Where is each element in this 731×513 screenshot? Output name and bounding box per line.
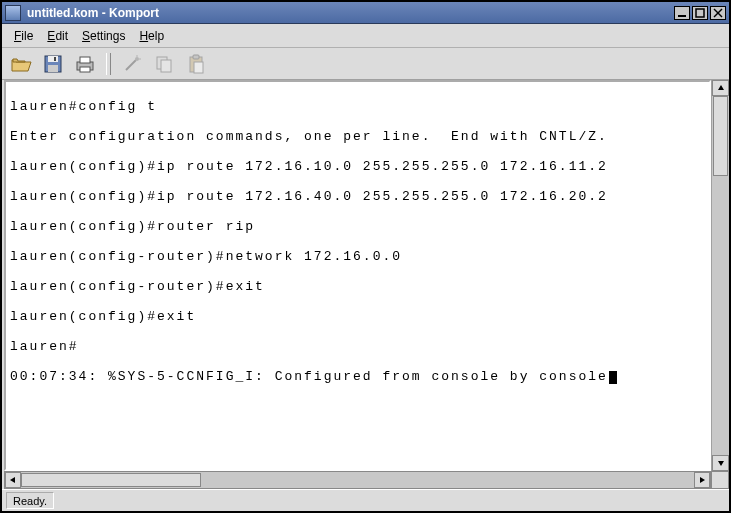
- printer-icon: [74, 54, 96, 74]
- chevron-right-icon: [698, 476, 706, 484]
- terminal-output[interactable]: lauren#config t Enter configuration comm…: [6, 82, 709, 469]
- chevron-down-icon: [717, 459, 725, 467]
- menu-help[interactable]: Help: [133, 27, 170, 45]
- vertical-scrollbar[interactable]: [711, 80, 729, 471]
- svg-marker-23: [700, 477, 705, 483]
- svg-rect-1: [696, 9, 704, 17]
- scroll-right-button[interactable]: [694, 472, 710, 488]
- floppy-icon: [43, 54, 63, 74]
- paste-button: [183, 51, 209, 77]
- svg-line-11: [126, 60, 136, 70]
- copy-button: [151, 51, 177, 77]
- vscroll-track[interactable]: [712, 96, 729, 455]
- svg-marker-21: [718, 461, 724, 466]
- menu-file-rest: ile: [21, 29, 33, 43]
- maximize-button[interactable]: [692, 6, 708, 20]
- hscroll-track[interactable]: [21, 472, 694, 488]
- terminal-line: lauren(config)#ip route 172.16.10.0 255.…: [10, 159, 705, 174]
- menu-settings[interactable]: Settings: [76, 27, 131, 45]
- terminal-line: lauren(config)#router rip: [10, 219, 705, 234]
- scroll-up-button[interactable]: [712, 80, 729, 96]
- menu-settings-rest: ettings: [90, 29, 125, 43]
- folder-open-icon: [10, 54, 32, 74]
- scroll-down-button[interactable]: [712, 455, 729, 471]
- svg-rect-18: [193, 55, 199, 59]
- terminal-line: Enter configuration commands, one per li…: [10, 129, 705, 144]
- terminal-line: 00:07:34: %SYS-5-CCNFIG_I: Configured fr…: [10, 369, 705, 384]
- copy-icon: [154, 54, 174, 74]
- svg-marker-22: [10, 477, 15, 483]
- hscroll-thumb[interactable]: [21, 473, 201, 487]
- scroll-left-button[interactable]: [5, 472, 21, 488]
- paste-icon: [186, 54, 206, 74]
- window-title: untitled.kom - Komport: [27, 6, 674, 20]
- vscroll-thumb[interactable]: [713, 96, 728, 176]
- scroll-corner: [711, 471, 729, 489]
- svg-marker-20: [718, 85, 724, 90]
- terminal-line: lauren(config)#exit: [10, 309, 705, 324]
- terminal-line: lauren#: [10, 339, 705, 354]
- wand-icon: [122, 54, 142, 74]
- svg-rect-9: [80, 57, 90, 63]
- minimize-button[interactable]: [674, 6, 690, 20]
- terminal-line: lauren#config t: [10, 99, 705, 114]
- menu-edit-rest: dit: [55, 29, 68, 43]
- chevron-left-icon: [9, 476, 17, 484]
- svg-rect-6: [48, 65, 58, 72]
- svg-rect-7: [54, 57, 56, 61]
- print-button[interactable]: [72, 51, 98, 77]
- menu-edit[interactable]: Edit: [41, 27, 74, 45]
- terminal-frame: lauren#config t Enter configuration comm…: [4, 80, 711, 471]
- svg-rect-16: [161, 60, 171, 72]
- menu-help-rest: elp: [148, 29, 164, 43]
- app-icon: [5, 5, 21, 21]
- svg-rect-5: [48, 56, 58, 62]
- content-area: lauren#config t Enter configuration comm…: [2, 80, 729, 471]
- menubar: File Edit Settings Help: [2, 24, 729, 48]
- save-button[interactable]: [40, 51, 66, 77]
- svg-rect-10: [80, 67, 90, 72]
- terminal-line: lauren(config-router)#exit: [10, 279, 705, 294]
- toolbar-separator: [106, 53, 111, 75]
- svg-rect-19: [194, 62, 203, 73]
- minimize-icon: [677, 8, 687, 18]
- status-text: Ready.: [6, 492, 54, 509]
- chevron-up-icon: [717, 84, 725, 92]
- menu-file[interactable]: File: [8, 27, 39, 45]
- open-button[interactable]: [8, 51, 34, 77]
- app-window: untitled.kom - Komport File Edit Setting…: [0, 0, 731, 513]
- statusbar: Ready.: [2, 489, 729, 511]
- maximize-icon: [695, 8, 705, 18]
- terminal-last-text: 00:07:34: %SYS-5-CCNFIG_I: Configured fr…: [10, 369, 608, 384]
- svg-point-12: [135, 57, 139, 61]
- toolbar: [2, 48, 729, 80]
- hscroll-row: [4, 471, 729, 489]
- horizontal-scrollbar[interactable]: [4, 471, 711, 489]
- close-button[interactable]: [710, 6, 726, 20]
- terminal-cursor: [609, 371, 617, 384]
- titlebar[interactable]: untitled.kom - Komport: [2, 2, 729, 24]
- terminal-line: lauren(config-router)#network 172.16.0.0: [10, 249, 705, 264]
- close-icon: [713, 8, 723, 18]
- terminal-line: lauren(config)#ip route 172.16.40.0 255.…: [10, 189, 705, 204]
- window-controls: [674, 6, 726, 20]
- wand-button: [119, 51, 145, 77]
